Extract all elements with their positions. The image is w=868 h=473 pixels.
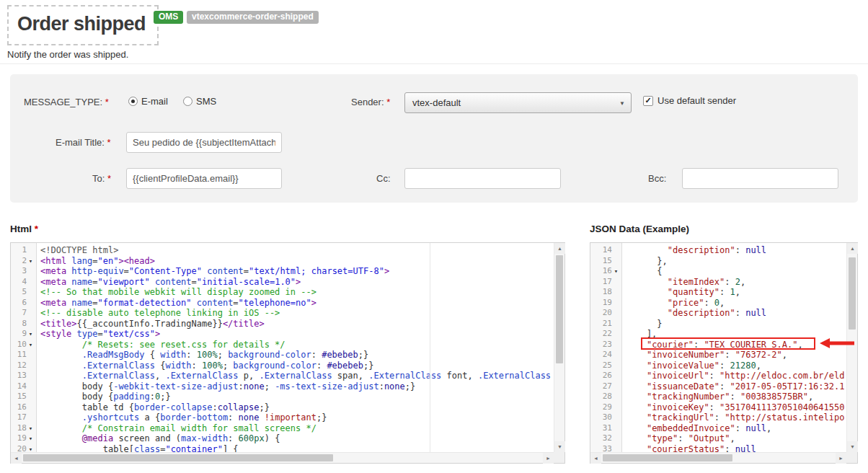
code-line[interactable]: @media screen and (max-width: 600px) { [40, 433, 554, 444]
radio-unselected-icon [183, 97, 192, 106]
fold-icon[interactable]: ▾ [612, 266, 620, 277]
code-line[interactable]: <meta http-equiv="Content-Type" content=… [40, 266, 554, 277]
code-line[interactable]: <title>{{_accountInfo.TradingName}}</tit… [40, 319, 554, 330]
code-line[interactable]: table[class="container"] { [40, 444, 554, 453]
code-line[interactable]: "quantity": 1, [626, 287, 846, 298]
line-number: 31 [603, 423, 612, 434]
code-line[interactable]: "description": null [626, 245, 846, 256]
email-title-label: E-mail Title: * [56, 137, 111, 148]
scrollbar-thumb[interactable] [849, 257, 856, 330]
vertical-scrollbar[interactable]: ▲ ▼ [554, 243, 564, 452]
fold-icon[interactable]: ▾ [27, 433, 35, 444]
scrollbar-thumb[interactable] [556, 255, 563, 363]
email-title-input[interactable] [126, 132, 282, 153]
code-line[interactable]: body {-webkit-text-size-adjust:none; -ms… [40, 381, 554, 392]
code-line[interactable]: <!-- disable auto telephone linking in i… [40, 308, 554, 319]
code-line[interactable]: ], [626, 329, 846, 340]
code-line[interactable]: "courier": "TEX COURIER S.A.", [626, 340, 846, 350]
scrollbar-thumb[interactable] [603, 454, 732, 461]
order-shipped-template-page: Order shipped OMS vtexcommerce-order-shi… [0, 0, 868, 473]
code-line[interactable]: <meta name="format-detection" content="t… [40, 298, 554, 309]
scroll-right-icon[interactable]: ► [836, 453, 846, 464]
sender-select-value: vtex-default [412, 97, 461, 108]
line-number: 17 [603, 277, 612, 288]
code-line[interactable]: "invoiceUrl": "http://eldoc.com.br/eld [626, 371, 846, 381]
horizontal-scrollbar[interactable]: ◄ ► [11, 452, 554, 463]
scroll-up-icon[interactable]: ▲ [554, 243, 565, 254]
line-number: 13 [17, 371, 27, 381]
use-default-sender-label: Use default sender [657, 95, 736, 106]
line-number: 8 [22, 319, 27, 330]
code-line[interactable]: "embeddedInvoice": null, [626, 423, 846, 434]
fold-icon[interactable]: ▾ [27, 340, 35, 350]
code-line[interactable]: }, [626, 256, 846, 267]
code-line[interactable]: "issuanceDate": "2017-05-05T17:16:32.1 [626, 381, 846, 392]
cc-label: Cc: [376, 173, 391, 184]
code-line[interactable]: "invoiceValue": 21280, [626, 361, 846, 371]
code-line[interactable]: "trackingUrl": "http://status.intelipo [626, 412, 846, 423]
editor-code[interactable]: "description": null }, { "itemIndex": 2,… [623, 243, 846, 452]
scroll-down-icon[interactable]: ▼ [554, 441, 565, 452]
code-line[interactable]: "type": "Output", [626, 433, 846, 444]
vertical-scrollbar[interactable]: ▲ ▼ [846, 243, 857, 452]
bcc-label: Bcc: [648, 173, 666, 184]
template-title-box[interactable]: Order shipped [7, 5, 159, 45]
line-number: 32 [603, 433, 612, 444]
code-line[interactable]: <meta name="viewport" content="initial-s… [40, 277, 554, 288]
fold-icon[interactable]: ▾ [27, 444, 35, 453]
line-number: 19 [603, 298, 612, 309]
editor-gutter: 12▾3456789▾10▾1112131415161718▾19▾20▾21 [11, 243, 37, 452]
json-data-editor[interactable]: 141516▾171819202122232425262728293031323… [590, 242, 858, 464]
line-number: 18 [17, 423, 27, 434]
code-line[interactable]: <!-- So that mobile webkit will display … [40, 287, 554, 298]
editor-code[interactable]: <!DOCTYPE html><html lang="en"><head><me… [37, 243, 554, 452]
check-icon: ✓ [643, 96, 653, 106]
sms-radio[interactable]: SMS [183, 96, 216, 107]
line-number: 28 [603, 392, 612, 402]
line-number: 26 [603, 371, 612, 381]
scroll-right-icon[interactable]: ► [543, 453, 554, 464]
html-code-editor[interactable]: 12▾3456789▾10▾1112131415161718▾19▾20▾21 … [10, 242, 565, 464]
fold-icon[interactable]: ▾ [27, 423, 35, 434]
code-line[interactable]: <html lang="en"><head> [40, 256, 554, 267]
fold-icon[interactable]: ▾ [27, 329, 35, 340]
code-line[interactable]: "invoiceKey": "35170411137051040641550 [626, 402, 846, 413]
scroll-left-icon[interactable]: ◄ [590, 453, 601, 464]
code-line[interactable]: } [626, 319, 846, 330]
to-input[interactable] [126, 168, 282, 189]
scrollbar-thumb[interactable] [23, 454, 333, 461]
use-default-sender-checkbox[interactable]: ✓ Use default sender [643, 95, 736, 106]
bcc-input[interactable] [682, 168, 838, 189]
horizontal-scrollbar[interactable]: ◄ ► [590, 452, 846, 463]
line-number: 12 [17, 361, 27, 371]
code-line[interactable]: .ExternalClass {width: 100%; background-… [40, 361, 554, 371]
code-line[interactable]: /* Resets: see reset.css for details */ [40, 340, 554, 350]
chevron-down-icon: ▼ [619, 100, 625, 107]
code-line[interactable]: .yshortcuts a {border-bottom: none !impo… [40, 412, 554, 423]
code-line[interactable]: "invoiceNumber": "76372-2", [626, 350, 846, 361]
code-line[interactable]: /* Constrain email width for small scree… [40, 423, 554, 434]
code-line[interactable]: "itemIndex": 2, [626, 277, 846, 288]
code-line[interactable]: <style type="text/css"> [40, 329, 554, 340]
editor-gutter: 141516▾171819202122232425262728293031323… [590, 243, 622, 452]
code-line[interactable]: "courierStatus": null [626, 444, 846, 453]
code-line[interactable]: { [626, 266, 846, 277]
fold-icon[interactable]: ▾ [27, 256, 35, 267]
code-line[interactable]: "price": 0, [626, 298, 846, 309]
code-line[interactable]: <!DOCTYPE html> [40, 245, 554, 256]
code-line[interactable]: table td {border-collapse:collapse;} [40, 402, 554, 413]
sender-select[interactable]: vtex-default ▼ [404, 92, 632, 113]
code-line[interactable]: "description": null [626, 308, 846, 319]
scroll-down-icon[interactable]: ▼ [847, 441, 858, 452]
email-radio[interactable]: E-mail [128, 96, 168, 107]
code-line[interactable]: body {padding:0;} [40, 392, 554, 402]
code-line[interactable]: "trackingNumber": "003838575BR", [626, 392, 846, 402]
code-line[interactable]: .ReadMsgBody { width: 100%; background-c… [40, 350, 554, 361]
code-line[interactable]: .ExternalClass, .ExternalClass p, .Exter… [40, 371, 554, 381]
scroll-up-icon[interactable]: ▲ [847, 243, 858, 254]
scroll-left-icon[interactable]: ◄ [11, 453, 22, 464]
line-number: 30 [603, 412, 612, 423]
line-number: 17 [17, 412, 27, 423]
cc-input[interactable] [404, 168, 561, 189]
line-number: 15 [603, 256, 612, 267]
